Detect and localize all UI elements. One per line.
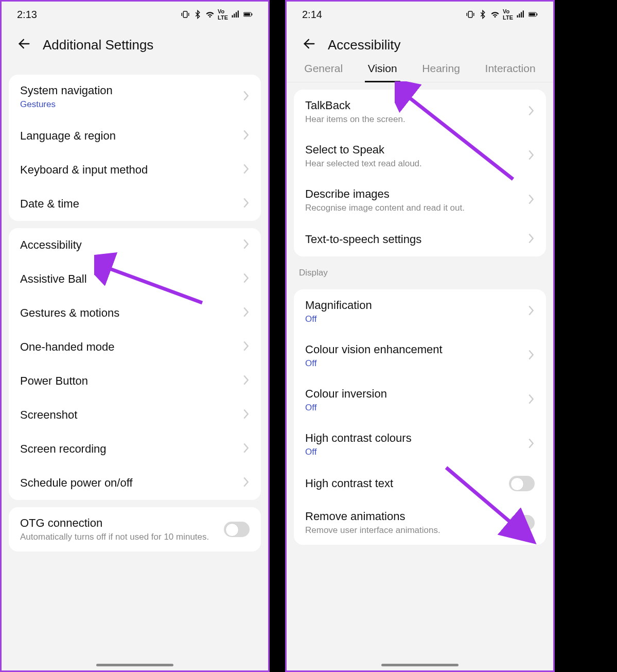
- row-title: Gestures & motions: [20, 306, 242, 320]
- chevron-right-icon: [242, 163, 250, 177]
- tab-vision[interactable]: Vision: [365, 62, 400, 82]
- svg-rect-20: [529, 13, 535, 15]
- row-subtitle: Hear selected text read aloud.: [305, 159, 527, 169]
- chevron-right-icon: [242, 408, 250, 422]
- content-left: System navigationGesturesLanguage & regi…: [2, 67, 268, 670]
- row-subtitle: Off: [305, 314, 527, 324]
- vibrate-icon: [466, 10, 475, 19]
- row-title: Screenshot: [20, 408, 242, 422]
- status-bar: 2:13 VoLTE: [2, 2, 268, 27]
- settings-row[interactable]: Screen recording: [9, 432, 261, 466]
- row-title: Colour vision enhancement: [305, 343, 527, 356]
- settings-row[interactable]: Accessibility: [9, 228, 261, 262]
- settings-card: System navigationGesturesLanguage & regi…: [9, 75, 261, 221]
- home-indicator[interactable]: [381, 664, 459, 666]
- toggle-switch[interactable]: [224, 522, 250, 537]
- settings-row[interactable]: Gestures & motions: [9, 296, 261, 330]
- row-title: Accessibility: [20, 238, 242, 252]
- row-subtitle: Recognise image content and read it out.: [305, 203, 527, 213]
- settings-row[interactable]: Keyboard & input method: [9, 153, 261, 187]
- settings-row[interactable]: TalkBackHear items on the screen.: [294, 90, 546, 134]
- settings-row[interactable]: Assistive Ball: [9, 262, 261, 296]
- row-title: High contrast colours: [305, 432, 527, 445]
- settings-row[interactable]: OTG connectionAutomatically turns off if…: [9, 507, 261, 552]
- settings-row[interactable]: Language & region: [9, 119, 261, 153]
- settings-row[interactable]: MagnificationOff: [294, 289, 546, 334]
- settings-row[interactable]: One-handed mode: [9, 330, 261, 364]
- chevron-right-icon: [242, 197, 250, 211]
- divider: [270, 0, 285, 672]
- chevron-right-icon: [527, 233, 535, 246]
- row-title: Text-to-speech settings: [305, 233, 527, 246]
- row-title: Colour inversion: [305, 387, 527, 401]
- back-button[interactable]: [17, 37, 31, 53]
- chevron-right-icon: [242, 129, 250, 143]
- settings-row[interactable]: High contrast coloursOff: [294, 422, 546, 467]
- settings-row[interactable]: High contrast text: [294, 467, 546, 501]
- row-title: High contrast text: [305, 477, 509, 490]
- row-subtitle: Hear items on the screen.: [305, 114, 527, 125]
- bluetooth-icon: [478, 10, 487, 19]
- chevron-right-icon: [527, 305, 535, 318]
- chevron-right-icon: [242, 90, 250, 104]
- chevron-right-icon: [242, 238, 250, 252]
- tabs: GeneralVisionHearingInteraction: [287, 62, 553, 82]
- chevron-right-icon: [527, 393, 535, 407]
- settings-row[interactable]: Schedule power on/off: [9, 466, 261, 500]
- row-subtitle: Off: [305, 358, 527, 369]
- row-title: Screen recording: [20, 442, 242, 456]
- row-subtitle: Gestures: [20, 99, 242, 110]
- row-title: Select to Speak: [305, 143, 527, 157]
- svg-rect-21: [537, 13, 537, 15]
- chevron-right-icon: [527, 194, 535, 207]
- wifi-icon: [205, 10, 215, 19]
- signal-icon: [516, 10, 525, 19]
- row-title: Describe images: [305, 187, 527, 201]
- bluetooth-icon: [193, 10, 202, 19]
- status-icons: VoLTE: [181, 8, 253, 21]
- row-title: OTG connection: [20, 516, 224, 530]
- row-title: Assistive Ball: [20, 272, 242, 286]
- settings-row[interactable]: Text-to-speech settings: [294, 222, 546, 256]
- header: Additional Settings: [2, 27, 268, 67]
- settings-row[interactable]: Colour vision enhancementOff: [294, 334, 546, 378]
- chevron-right-icon: [527, 149, 535, 163]
- row-subtitle: Off: [305, 447, 527, 457]
- toggle-switch[interactable]: [509, 476, 535, 491]
- row-title: System navigation: [20, 84, 242, 97]
- settings-row[interactable]: Power Button: [9, 364, 261, 398]
- chevron-right-icon: [242, 476, 250, 490]
- status-icons: VoLTE: [466, 8, 538, 21]
- phone-right: 2:14 VoLTE Accessibility GeneralVisionHe…: [285, 0, 555, 672]
- row-title: TalkBack: [305, 99, 527, 112]
- svg-rect-8: [244, 13, 250, 15]
- volte-icon: VoLTE: [503, 8, 513, 21]
- tab-general[interactable]: General: [301, 62, 346, 82]
- settings-row[interactable]: Date & time: [9, 187, 261, 221]
- header: Accessibility: [287, 27, 553, 62]
- tab-interaction[interactable]: Interaction: [482, 62, 539, 82]
- settings-row[interactable]: Select to SpeakHear selected text read a…: [294, 134, 546, 178]
- svg-rect-5: [236, 12, 237, 18]
- toggle-switch[interactable]: [509, 515, 535, 530]
- settings-row[interactable]: Remove animationsRemove user interface a…: [294, 501, 546, 545]
- settings-row[interactable]: Describe imagesRecognise image content a…: [294, 178, 546, 222]
- svg-rect-16: [519, 14, 520, 18]
- settings-row[interactable]: Screenshot: [9, 398, 261, 432]
- row-title: Magnification: [305, 299, 527, 312]
- home-indicator[interactable]: [96, 664, 173, 666]
- battery-icon: [528, 10, 538, 19]
- settings-row[interactable]: Colour inversionOff: [294, 378, 546, 422]
- signal-icon: [231, 10, 240, 19]
- row-title: Date & time: [20, 197, 242, 211]
- page-title: Accessibility: [328, 37, 401, 53]
- svg-rect-12: [468, 11, 472, 18]
- chevron-right-icon: [527, 105, 535, 118]
- back-button[interactable]: [302, 37, 316, 53]
- status-time: 2:13: [17, 9, 37, 21]
- tab-hearing[interactable]: Hearing: [419, 62, 463, 82]
- row-title: Language & region: [20, 129, 242, 143]
- content-right: TalkBackHear items on the screen.Select …: [287, 82, 553, 670]
- settings-row[interactable]: System navigationGestures: [9, 75, 261, 119]
- chevron-right-icon: [527, 438, 535, 451]
